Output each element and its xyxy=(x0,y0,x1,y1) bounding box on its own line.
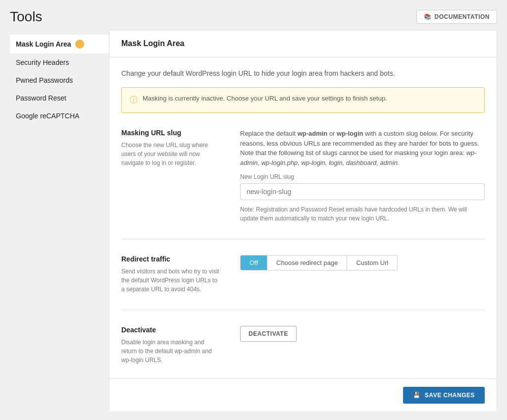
content-area: Mask Login Area Change your default Word… xyxy=(109,30,497,412)
footer-bar: 💾 SAVE CHANGES xyxy=(109,378,497,412)
masking-url-title: Masking URL slug xyxy=(121,129,220,137)
redirect-toggle-group: Off Choose redirect page Custom Url xyxy=(240,255,398,270)
book-icon: 📚 xyxy=(424,13,432,20)
sidebar-item-security-headers[interactable]: Security Headers xyxy=(10,53,109,71)
sidebar: Mask Login Area Security Headers Pwned P… xyxy=(10,30,109,412)
content-header: Mask Login Area xyxy=(109,30,497,57)
note-text: Note: Registration and Password Reset em… xyxy=(240,205,485,223)
divider-1 xyxy=(121,239,485,239)
redirect-traffic-right: Off Choose redirect page Custom Url xyxy=(240,255,485,294)
redirect-traffic-left: Redirect traffic Send visitors and bots … xyxy=(121,255,220,294)
sidebar-item-label: Google reCAPTCHA xyxy=(16,112,79,120)
alert-box: ⓘ Masking is currently inactive. Choose … xyxy=(121,87,485,113)
toggle-custom-url-button[interactable]: Custom Url xyxy=(347,256,397,270)
notification-badge xyxy=(75,40,84,49)
page-description: Change your default WordPress login URL … xyxy=(121,69,485,77)
content-header-title: Mask Login Area xyxy=(121,39,184,48)
sidebar-item-pwned-passwords[interactable]: Pwned Passwords xyxy=(10,71,109,89)
sidebar-item-label: Security Headers xyxy=(16,58,69,66)
main-layout: Mask Login Area Security Headers Pwned P… xyxy=(0,30,507,420)
new-login-slug-input[interactable] xyxy=(240,183,485,200)
masking-url-section: Masking URL slug Choose the new URL slug… xyxy=(121,127,485,225)
deactivate-desc: Disable login area masking and return to… xyxy=(121,338,220,365)
sidebar-item-mask-login-area[interactable]: Mask Login Area xyxy=(10,35,109,53)
redirect-traffic-desc: Send visitors and bots who try to visit … xyxy=(121,267,220,294)
sidebar-item-label: Mask Login Area xyxy=(16,40,71,48)
save-changes-button[interactable]: 💾 SAVE CHANGES xyxy=(403,387,485,404)
masking-url-field-desc: Replace the default wp-admin or wp-login… xyxy=(240,129,485,167)
field-label: New Login URL slug xyxy=(240,173,485,180)
sidebar-item-label: Pwned Passwords xyxy=(16,76,73,84)
warning-icon: ⓘ xyxy=(130,95,138,105)
divider-2 xyxy=(121,310,485,310)
redirect-traffic-section: Redirect traffic Send visitors and bots … xyxy=(121,253,485,296)
deactivate-title: Deactivate xyxy=(121,326,220,334)
page-header: Tools 📚 DOCUMENTATION xyxy=(0,0,507,30)
alert-text: Masking is currently inactive. Choose yo… xyxy=(143,95,387,102)
toggle-choose-redirect-button[interactable]: Choose redirect page xyxy=(267,256,347,270)
save-icon: 💾 xyxy=(413,392,421,399)
deactivate-button[interactable]: DEACTIVATE xyxy=(240,326,297,342)
deactivate-right: DEACTIVATE xyxy=(240,326,485,365)
sidebar-item-label: Password Reset xyxy=(16,94,66,102)
deactivate-section: Deactivate Disable login area masking an… xyxy=(121,324,485,367)
toggle-off-button[interactable]: Off xyxy=(241,256,267,270)
content-body: Change your default WordPress login URL … xyxy=(109,57,497,378)
sidebar-item-password-reset[interactable]: Password Reset xyxy=(10,89,109,107)
redirect-traffic-title: Redirect traffic xyxy=(121,255,220,263)
page-title: Tools xyxy=(10,9,42,25)
deactivate-left: Deactivate Disable login area masking an… xyxy=(121,326,220,365)
sidebar-item-google-recaptcha[interactable]: Google reCAPTCHA xyxy=(10,107,109,125)
masking-url-right: Replace the default wp-admin or wp-login… xyxy=(240,129,485,223)
masking-url-left: Masking URL slug Choose the new URL slug… xyxy=(121,129,220,223)
documentation-button[interactable]: 📚 DOCUMENTATION xyxy=(416,10,497,24)
masking-url-desc: Choose the new URL slug where users of y… xyxy=(121,141,220,167)
